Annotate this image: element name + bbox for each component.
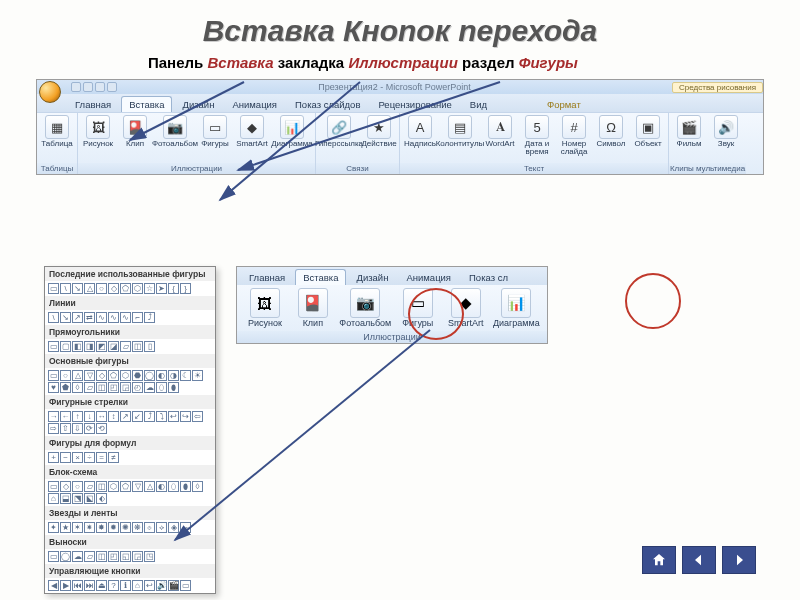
gallery-section-rects: Прямоугольники (45, 325, 215, 339)
gallery-section-callouts: Выноски (45, 535, 215, 549)
table-button[interactable]: ▦Таблица (40, 115, 74, 163)
group-tables: ▦Таблица Таблицы (37, 113, 78, 174)
gallery-section-recent: Последние использованные фигуры (45, 267, 215, 281)
gallery-row[interactable]: ✦★✶✷✸✹✺❋⟐⟡◈⬰ (45, 520, 215, 535)
zoom-tab-home[interactable]: Главная (241, 269, 293, 285)
ribbon-body: ▦Таблица Таблицы 🖼Рисунок 🎴Клип 📷Фотоаль… (37, 112, 763, 174)
zoom-tab-design[interactable]: Дизайн (348, 269, 396, 285)
ribbon-tabs: Главная Вставка Дизайн Анимация Показ сл… (37, 94, 763, 112)
zoom-tab-insert[interactable]: Вставка (295, 269, 346, 285)
red-highlight-smartart (625, 273, 681, 329)
slidenumber-button[interactable]: #Номер слайда (557, 115, 591, 163)
slide-nav-buttons (642, 546, 756, 574)
gallery-section-flowchart: Блок-схема (45, 465, 215, 479)
contextual-tab-label: Средства рисования (672, 82, 763, 93)
photoalbum-button[interactable]: 📷Фотоальбом (155, 115, 195, 163)
subtitle-word: Панель (148, 54, 207, 71)
gallery-section-lines: Линии (45, 296, 215, 310)
group-text-label: Текст (400, 163, 668, 174)
subtitle-em-tab: Иллюстрации (348, 54, 462, 71)
title-bar: Презентация2 - Microsoft PowerPoint Сред… (37, 80, 763, 94)
sound-button[interactable]: 🔊Звук (709, 115, 743, 163)
home-icon (651, 552, 667, 568)
movie-button[interactable]: 🎬Фильм (672, 115, 706, 163)
zoom-tab-animation[interactable]: Анимация (398, 269, 459, 285)
symbol-button[interactable]: ΩСимвол (594, 115, 628, 163)
subtitle-em-section: Фигуры (519, 54, 578, 71)
textbox-button[interactable]: AНадпись (403, 115, 437, 163)
shapes-button[interactable]: ▭Фигуры (198, 115, 232, 163)
gallery-row[interactable]: ▭○△▽◇⬠⬡⬣◯◐◑☾☀♥⬟◊▱◫◰◲◴☁⬯⬮ (45, 368, 215, 395)
chart-button[interactable]: 📊Диаграмма (272, 115, 312, 163)
headerfooter-button[interactable]: ▤Колонтитулы (440, 115, 480, 163)
illustrations-zoom-panel: Главная Вставка Дизайн Анимация Показ сл… (236, 266, 548, 344)
wordart-button[interactable]: 𝐀WordArt (483, 115, 517, 163)
tab-review[interactable]: Рецензирование (370, 96, 459, 112)
hyperlink-button[interactable]: 🔗Гиперссылка (319, 115, 359, 163)
smartart-button[interactable]: ◆SmartArt (235, 115, 269, 163)
nav-forward-button[interactable] (722, 546, 756, 574)
datetime-button[interactable]: 5Дата и время (520, 115, 554, 163)
subtitle-word: раздел (462, 54, 519, 71)
action-button[interactable]: ★Действие (362, 115, 396, 163)
gallery-row[interactable]: →←↑↓↔↕↗↙⤴⤵↩↪⇦⇨⇧⇩⟳⟲ (45, 409, 215, 436)
picture-button[interactable]: 🖼Рисунок (81, 115, 115, 163)
clip-button[interactable]: 🎴Клип (118, 115, 152, 163)
subtitle: Панель Вставка закладка Иллюстрации разд… (148, 54, 800, 71)
tab-view[interactable]: Вид (462, 96, 495, 112)
gallery-section-arrows: Фигурные стрелки (45, 395, 215, 409)
tab-design[interactable]: Дизайн (174, 96, 222, 112)
quick-access-toolbar[interactable] (71, 82, 117, 92)
gallery-section-equation: Фигуры для формул (45, 436, 215, 450)
subtitle-em-panel: Вставка (207, 54, 277, 71)
slide-title: Вставка Кнопок перехода (0, 14, 800, 48)
subtitle-word: закладка (278, 54, 349, 71)
zoom-tab-slideshow[interactable]: Показ сл (461, 269, 516, 285)
gallery-section-action-buttons: Управляющие кнопки (45, 564, 215, 578)
nav-back-button[interactable] (682, 546, 716, 574)
nav-home-button[interactable] (642, 546, 676, 574)
gallery-row[interactable]: +−×÷=≠ (45, 450, 215, 465)
group-media: 🎬Фильм 🔊Звук Клипы мультимедиа (669, 113, 746, 174)
group-illustrations-label: Иллюстрации (78, 163, 315, 174)
gallery-row[interactable]: ▭◯☁▱◫◰◱◲◳ (45, 549, 215, 564)
tab-home[interactable]: Главная (67, 96, 119, 112)
gallery-row[interactable]: ▭◇○▱◫⬡⬠▽△◐⬯⬮◊⌂⬓⬔⬕⬖ (45, 479, 215, 506)
tab-insert[interactable]: Вставка (121, 96, 172, 112)
gallery-row[interactable]: ▭▢◧◨◩◪▱◫▯ (45, 339, 215, 354)
group-text: AНадпись ▤Колонтитулы 𝐀WordArt 5Дата и в… (400, 113, 669, 174)
gallery-section-basic: Основные фигуры (45, 354, 215, 368)
group-links: 🔗Гиперссылка ★Действие Связи (316, 113, 400, 174)
group-tables-label: Таблицы (37, 163, 77, 174)
tab-slideshow[interactable]: Показ слайдов (287, 96, 368, 112)
group-illustrations: 🖼Рисунок 🎴Клип 📷Фотоальбом ▭Фигуры ◆Smar… (78, 113, 316, 174)
gallery-row[interactable]: \↘↗⇄∿∿∿⌐⤴ (45, 310, 215, 325)
powerpoint-ribbon: Презентация2 - Microsoft PowerPoint Сред… (36, 79, 764, 175)
shapes-gallery[interactable]: Последние использованные фигуры ▭\↘△○◇⬠⬡… (44, 266, 216, 594)
object-button[interactable]: ▣Объект (631, 115, 665, 163)
window-caption: Презентация2 - Microsoft PowerPoint (123, 82, 666, 92)
back-icon (691, 552, 707, 568)
office-button[interactable] (39, 81, 61, 103)
tab-animation[interactable]: Анимация (224, 96, 285, 112)
gallery-row[interactable]: ◀▶⏮⏭⏏?ℹ⌂↩🔊🎬▭ (45, 578, 215, 593)
group-media-label: Клипы мультимедиа (669, 163, 746, 174)
tab-format[interactable]: Формат (539, 96, 589, 112)
forward-icon (731, 552, 747, 568)
gallery-section-stars: Звезды и ленты (45, 506, 215, 520)
gallery-row[interactable]: ▭\↘△○◇⬠⬡☆➤{} (45, 281, 215, 296)
group-links-label: Связи (316, 163, 399, 174)
zoom-group-label: Иллюстрации (237, 331, 547, 343)
